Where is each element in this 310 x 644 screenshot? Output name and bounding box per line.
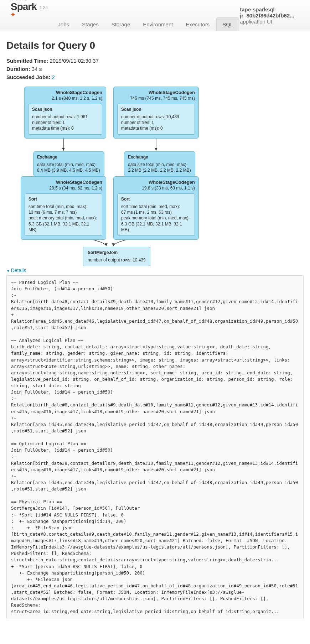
wsc3-sub: 20.5 s (34 ms, 62 ms, 1.2 s) xyxy=(25,186,102,191)
wsc4-l4: 6.3 GB (32.1 MB, 32.1 MB, 32.1 MB) xyxy=(121,221,191,233)
ex1-title: Exchange xyxy=(37,155,100,160)
query-dag: WholeStageCodegen 2.1 s (840 ms, 1.2 s, … xyxy=(17,87,295,261)
app-title: tape-sparksql-jr_80b2f86d42bfb62... appl… xyxy=(240,6,304,25)
wsc2-l1: number of output rows: 10,439 xyxy=(121,114,191,120)
submitted-value: 2019/09/11 02:30:37 xyxy=(50,58,99,64)
ex2-l2: 2.2 MB (2.2 MB, 2.2 MB, 2.2 MB) xyxy=(128,167,191,173)
submitted-label: Submitted Time: xyxy=(6,58,48,64)
wsc4-sub: 19.8 s (33 ms, 60 ms, 1.1 s) xyxy=(117,186,195,191)
duration-value: 34 s xyxy=(32,66,42,72)
ex1-l2: 8.4 MB (3.9 MB, 4.5 MB, 4.5 MB) xyxy=(37,167,100,173)
wsc4-l3: peak memory total (min, med, max): xyxy=(121,215,191,221)
tab-stages[interactable]: Stages xyxy=(76,17,105,31)
meta-submitted: Submitted Time: 2019/09/11 02:30:37 xyxy=(6,58,304,64)
app-suffix: application UI xyxy=(240,19,272,25)
ex2-title: Exchange xyxy=(128,155,191,160)
wsc4-op: Sort sort time total (min, med, max): 67… xyxy=(117,193,195,236)
wsc4-l2: 67 ms (1 ms, 2 ms, 63 ms) xyxy=(121,209,191,215)
node-wsc-sort-left[interactable]: WholeStageCodegen 20.5 s (34 ms, 62 ms, … xyxy=(21,176,106,240)
wsc2-sub: 745 ms (745 ms, 745 ms, 745 ms) xyxy=(117,96,195,101)
tab-jobs[interactable]: Jobs xyxy=(52,17,75,31)
wsc2-op-title: Scan json xyxy=(121,107,191,112)
node-wsc-sort-right[interactable]: WholeStageCodegen 19.8 s (33 ms, 60 ms, … xyxy=(113,176,199,240)
wsc4-l1: sort time total (min, med, max): xyxy=(121,204,191,209)
meta-succeeded: Succeeded Jobs: 2 xyxy=(6,74,304,80)
wsc1-l3: metadata time (ms): 0 xyxy=(32,125,98,131)
wsc1-op-title: Scan json xyxy=(32,107,98,112)
nav-tabs: Jobs Stages Storage Environment Executor… xyxy=(52,0,240,31)
node-wsc-scan-left[interactable]: WholeStageCodegen 2.1 s (840 ms, 1.2 s, … xyxy=(24,87,106,139)
succeeded-jobs-link[interactable]: 2 xyxy=(52,74,55,80)
wsc1-l2: number of files: 1 xyxy=(32,120,98,125)
wsc2-op: Scan json number of output rows: 10,439 … xyxy=(117,104,195,135)
page-title: Details for Query 0 xyxy=(6,40,304,51)
ex2-l1: data size total (min, med, max): xyxy=(128,162,191,167)
tab-storage[interactable]: Storage xyxy=(105,17,136,31)
wsc3-l4: 6.3 GB (32.1 MB, 32.1 MB, 32.1 MB) xyxy=(29,221,98,233)
brand-version: 2.2.1 xyxy=(40,6,48,10)
tab-environment[interactable]: Environment xyxy=(137,17,179,31)
node-exchange-left[interactable]: Exchange data size total (min, med, max)… xyxy=(33,151,104,176)
node-exchange-right[interactable]: Exchange data size total (min, med, max)… xyxy=(124,151,195,176)
details-toggle[interactable]: Details xyxy=(6,268,26,273)
tab-executors[interactable]: Executors xyxy=(180,17,216,31)
node-wsc-scan-right[interactable]: WholeStageCodegen 745 ms (745 ms, 745 ms… xyxy=(113,87,199,139)
duration-label: Duration: xyxy=(6,66,30,72)
node-sortmergejoin[interactable]: SortMergeJoin number of output rows: 10,… xyxy=(83,247,150,266)
navbar: APACHE Spark✦ 2.2.1 Jobs Stages Storage … xyxy=(0,0,310,31)
wsc1-sub: 2.1 s (840 ms, 1.2 s, 1.2 s) xyxy=(28,96,102,101)
app-name: tape-sparksql-jr_80b2f86d42bfb62... xyxy=(240,6,294,19)
brand-logo[interactable]: APACHE Spark✦ 2.2.1 xyxy=(10,0,48,31)
wsc3-l2: 13 ms (6 ms, 7 ms, 7 ms) xyxy=(29,209,98,215)
spark-star-icon: ✦ xyxy=(10,10,16,19)
join-title: SortMergeJoin xyxy=(88,250,146,255)
wsc3-op: Sort sort time total (min, med, max): 13… xyxy=(25,193,102,236)
wsc3-title: WholeStageCodegen xyxy=(25,180,102,185)
wsc4-op-title: Sort xyxy=(121,197,191,202)
join-l1: number of output rows: 10,439 xyxy=(88,257,146,263)
tab-sql[interactable]: SQL xyxy=(216,17,239,31)
wsc1-l1: number of output rows: 1,961 xyxy=(32,114,98,120)
wsc1-title: WholeStageCodegen xyxy=(28,90,102,95)
wsc1-op: Scan json number of output rows: 1,961 n… xyxy=(28,104,102,135)
wsc2-l3: metadata time (ms): 0 xyxy=(121,125,191,131)
wsc3-l3: peak memory total (min, med, max): xyxy=(29,215,98,221)
wsc3-op-title: Sort xyxy=(29,197,98,202)
wsc4-title: WholeStageCodegen xyxy=(117,180,195,185)
succeeded-label: Succeeded Jobs: xyxy=(6,74,50,80)
wsc2-title: WholeStageCodegen xyxy=(117,90,195,95)
meta-duration: Duration: 34 s xyxy=(6,66,304,72)
wsc3-l1: sort time total (min, med, max): xyxy=(29,204,98,209)
ex1-l1: data size total (min, med, max): xyxy=(37,162,100,167)
plan-text: == Parsed Logical Plan == Join FullOuter… xyxy=(6,275,304,619)
wsc2-l2: number of files: 1 xyxy=(121,120,191,125)
